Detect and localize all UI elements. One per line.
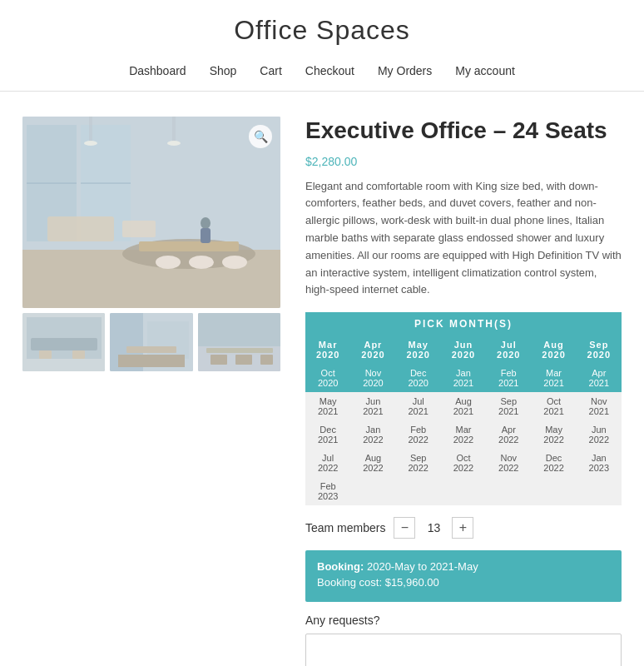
cal-apr2022[interactable]: Apr2022 <box>486 420 531 449</box>
svg-point-19 <box>167 141 181 146</box>
svg-rect-24 <box>72 350 85 359</box>
cal-col-jul2020[interactable]: Jul2020 <box>486 335 531 364</box>
zoom-icon[interactable]: 🔍 <box>249 125 272 148</box>
svg-rect-28 <box>118 355 185 367</box>
cal-dec2022[interactable]: Dec2022 <box>531 449 576 477</box>
cal-oct2021[interactable]: Oct2021 <box>531 392 576 420</box>
site-header: Office Spaces Dashboard Shop Cart Checko… <box>0 0 644 92</box>
thumbnail-row <box>22 313 280 371</box>
requests-textarea[interactable] <box>305 634 622 666</box>
cal-may2022[interactable]: May2022 <box>531 420 576 449</box>
team-members-label: Team members <box>305 521 385 534</box>
calendar-table: PICK MONTH(S) Mar2020 Apr2020 May2020 Ju… <box>305 312 622 505</box>
nav-checkout[interactable]: Checkout <box>305 64 354 77</box>
cal-oct2020[interactable]: Oct2020 <box>305 364 350 392</box>
team-members-row: Team members − 13 + <box>305 517 622 539</box>
cal-nov2020[interactable]: Nov2020 <box>350 364 395 392</box>
nav-my-orders[interactable]: My Orders <box>378 64 432 77</box>
cal-col-jun2020[interactable]: Jun2020 <box>441 335 486 364</box>
calendar-section: PICK MONTH(S) Mar2020 Apr2020 May2020 Ju… <box>305 312 622 505</box>
nav-cart[interactable]: Cart <box>260 64 281 77</box>
svg-rect-23 <box>39 350 52 359</box>
cal-feb2023[interactable]: Feb2023 <box>305 477 350 505</box>
team-minus-button[interactable]: − <box>394 517 415 539</box>
booking-info-box: Booking: 2020-May to 2021-May Booking co… <box>305 550 622 602</box>
svg-rect-22 <box>31 338 97 350</box>
cal-jun2022[interactable]: Jun2022 <box>577 420 622 449</box>
cal-jun2021[interactable]: Jun2021 <box>350 392 395 420</box>
nav-shop[interactable]: Shop <box>210 64 237 77</box>
cal-col-apr2020[interactable]: Apr2020 <box>350 335 395 364</box>
svg-point-18 <box>84 141 97 146</box>
cal-col-aug2020[interactable]: Aug2020 <box>531 335 576 364</box>
cal-col-may2020[interactable]: May2020 <box>396 335 441 364</box>
calendar-header: PICK MONTH(S) <box>305 312 622 335</box>
cal-sep2021[interactable]: Sep2021 <box>486 392 531 420</box>
svg-rect-35 <box>260 355 273 365</box>
cal-jan2023[interactable]: Jan2023 <box>577 449 622 477</box>
nav-my-account[interactable]: My account <box>455 64 515 77</box>
cal-jan2022[interactable]: Jan2022 <box>350 420 395 449</box>
site-nav: Dashboard Shop Cart Checkout My Orders M… <box>0 56 644 86</box>
cal-aug2022[interactable]: Aug2022 <box>350 449 395 477</box>
booking-range: 2020-May to 2021-May <box>367 560 478 573</box>
main-image: 🔍 <box>22 117 280 308</box>
cal-nov2021[interactable]: Nov2021 <box>577 392 622 420</box>
svg-rect-33 <box>211 355 227 365</box>
thumbnail-3[interactable] <box>198 313 280 371</box>
svg-rect-13 <box>122 221 156 237</box>
cal-dec2020[interactable]: Dec2020 <box>396 364 441 392</box>
cal-col-sep2020[interactable]: Sep2020 <box>577 335 622 364</box>
svg-rect-17 <box>172 117 176 142</box>
cal-mar2021[interactable]: Mar2021 <box>531 364 576 392</box>
svg-rect-31 <box>198 313 280 346</box>
team-plus-button[interactable]: + <box>452 517 473 539</box>
svg-rect-34 <box>235 355 252 365</box>
svg-rect-27 <box>147 321 189 359</box>
main-image-svg <box>22 117 280 308</box>
cal-col-mar2020: Mar2020 <box>305 335 350 364</box>
svg-point-14 <box>201 217 211 229</box>
thumbnail-1[interactable] <box>22 313 105 371</box>
product-title: Executive Office – 24 Seats <box>305 117 622 145</box>
nav-dashboard[interactable]: Dashboard <box>129 64 186 77</box>
svg-rect-32 <box>206 348 273 353</box>
svg-point-10 <box>189 256 214 269</box>
cal-feb2022[interactable]: Feb2022 <box>396 420 441 449</box>
team-qty-value: 13 <box>424 521 443 534</box>
main-content: 🔍 <box>6 117 638 666</box>
svg-rect-8 <box>139 241 239 251</box>
cal-jul2022[interactable]: Jul2022 <box>305 449 350 477</box>
svg-rect-15 <box>201 228 211 243</box>
site-title: Office Spaces <box>0 15 644 46</box>
booking-cost-line: Booking cost: $15,960.00 <box>317 576 610 589</box>
cal-sep2022[interactable]: Sep2022 <box>396 449 441 477</box>
cal-jan2021[interactable]: Jan2021 <box>441 364 486 392</box>
requests-label: Any requests? <box>305 614 622 627</box>
svg-rect-29 <box>126 346 176 353</box>
product-price: $2,280.00 <box>305 155 622 168</box>
cal-oct2022[interactable]: Oct2022 <box>441 449 486 477</box>
product-images: 🔍 <box>22 117 280 666</box>
svg-point-9 <box>156 256 181 269</box>
cal-mar2022[interactable]: Mar2022 <box>441 420 486 449</box>
cal-apr2021[interactable]: Apr2021 <box>577 364 622 392</box>
svg-rect-16 <box>89 117 92 142</box>
cal-may2021[interactable]: May2021 <box>305 392 350 420</box>
product-description: Elegant and comfortable room with King s… <box>305 178 622 300</box>
booking-prefix: Booking: <box>317 560 364 573</box>
cal-nov2022[interactable]: Nov2022 <box>486 449 531 477</box>
cal-aug2021[interactable]: Aug2021 <box>441 392 486 420</box>
product-info: Executive Office – 24 Seats $2,280.00 El… <box>305 117 622 666</box>
svg-point-11 <box>222 256 247 269</box>
thumbnail-2[interactable] <box>110 313 192 371</box>
svg-rect-12 <box>47 216 114 241</box>
booking-range-line: Booking: 2020-May to 2021-May <box>317 560 610 573</box>
cal-jul2021[interactable]: Jul2021 <box>396 392 441 420</box>
cal-dec2021[interactable]: Dec2021 <box>305 420 350 449</box>
cal-feb2021[interactable]: Feb2021 <box>486 364 531 392</box>
